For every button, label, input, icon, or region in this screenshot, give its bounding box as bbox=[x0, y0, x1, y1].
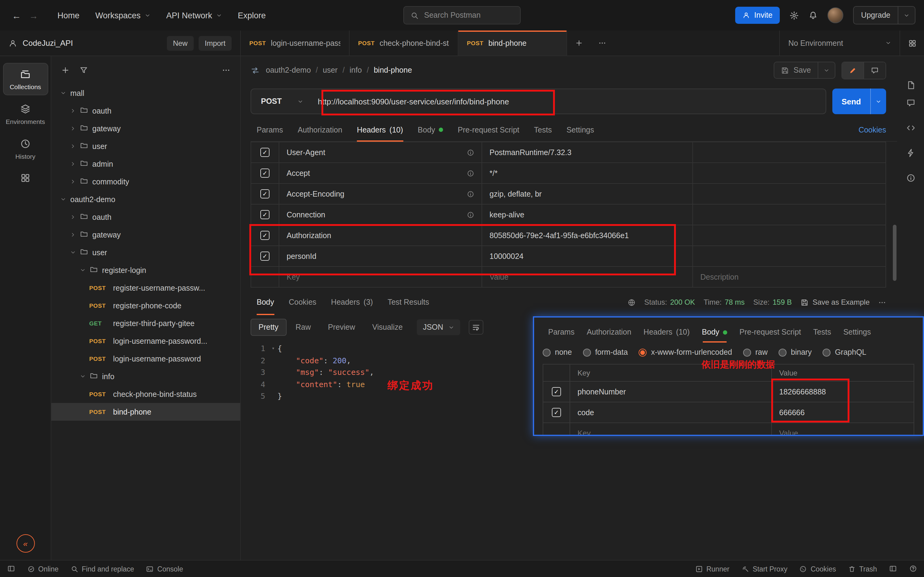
sidebar-request-login-username-password[interactable]: POSTlogin-username-password bbox=[51, 350, 240, 367]
info-button[interactable] bbox=[906, 173, 915, 182]
request-tab-settings[interactable]: Settings bbox=[561, 118, 600, 141]
chevron-right-icon[interactable] bbox=[69, 179, 76, 184]
statusbar-start-proxy[interactable]: Start Proxy bbox=[741, 565, 787, 572]
format-selector[interactable]: JSON bbox=[417, 319, 460, 335]
radio-button[interactable] bbox=[543, 348, 551, 356]
checkbox[interactable] bbox=[260, 169, 270, 178]
rail-item-collections[interactable]: Collections bbox=[3, 63, 47, 95]
sidebar-folder-oauth[interactable]: oauth bbox=[51, 208, 240, 226]
tab-options-button[interactable] bbox=[590, 31, 614, 56]
statusbar-runner[interactable]: Runner bbox=[695, 565, 729, 572]
header-value-cell[interactable]: gzip, deflate, br bbox=[482, 184, 693, 204]
header-description-cell[interactable] bbox=[693, 163, 885, 183]
sidebar-more-button[interactable] bbox=[222, 66, 230, 74]
chevron-right-icon[interactable] bbox=[69, 108, 76, 114]
response-tab-test-results[interactable]: Test Results bbox=[381, 290, 435, 314]
header-description-cell[interactable] bbox=[693, 225, 885, 245]
comment-button[interactable] bbox=[864, 62, 885, 79]
request-tab-authorization[interactable]: Authorization bbox=[291, 118, 348, 141]
view-mode-raw[interactable]: Raw bbox=[288, 319, 319, 336]
header-description-cell[interactable] bbox=[693, 184, 885, 204]
sidebar-folder-gateway[interactable]: gateway bbox=[51, 120, 240, 137]
chevron-right-icon[interactable] bbox=[69, 214, 76, 220]
header-value-cell[interactable]: 805850d6-79e2-4af1-95fa-e6bfc34066e1 bbox=[482, 225, 693, 245]
chevron-right-icon[interactable] bbox=[69, 161, 76, 167]
vertical-scrollbar[interactable] bbox=[893, 225, 897, 281]
radio-button[interactable] bbox=[743, 348, 751, 356]
settings-button[interactable] bbox=[790, 11, 799, 20]
statusbar-online[interactable]: Online bbox=[27, 565, 59, 572]
request-tab-body[interactable]: Body bbox=[412, 118, 449, 141]
request-tab-headers[interactable]: Headers(10) bbox=[351, 118, 409, 141]
sidebar-folder-oauth[interactable]: oauth bbox=[51, 102, 240, 120]
sidebar-request-login-username-password[interactable]: POSTlogin-username-password... bbox=[51, 332, 240, 350]
cookies-link[interactable]: Cookies bbox=[859, 126, 886, 134]
overlay-value-cell[interactable]: 666666 bbox=[772, 402, 914, 422]
chevron-down-icon[interactable] bbox=[79, 374, 86, 379]
documentation-button[interactable] bbox=[906, 81, 915, 90]
overlay-key-cell[interactable]: code bbox=[570, 402, 772, 422]
import-button[interactable]: Import bbox=[199, 36, 232, 50]
header-description-cell[interactable] bbox=[693, 142, 885, 163]
notifications-button[interactable] bbox=[809, 11, 818, 20]
header-key-cell[interactable]: Accept bbox=[279, 163, 482, 183]
sidebar-folder-user[interactable]: user bbox=[51, 243, 240, 261]
statusbar-find-and-replace[interactable]: Find and replace bbox=[71, 565, 134, 572]
sidebar-folder-user[interactable]: user bbox=[51, 137, 240, 155]
body-mode-raw[interactable]: raw bbox=[743, 348, 767, 356]
statusbar-console[interactable]: Console bbox=[146, 565, 183, 572]
overlay-tab-settings[interactable]: Settings bbox=[838, 322, 876, 342]
chevron-down-icon[interactable] bbox=[79, 268, 86, 273]
bootcamp-button[interactable]: « bbox=[16, 534, 34, 553]
header-key-cell[interactable]: User-Agent bbox=[279, 142, 482, 163]
sidebar-request-register-third-party-gitee[interactable]: GETregister-third-party-gitee bbox=[51, 314, 240, 332]
method-selector[interactable]: POST bbox=[251, 97, 313, 106]
overlay-key-cell[interactable]: phoneNumber bbox=[570, 382, 772, 402]
sidebar-folder-register-login[interactable]: register-login bbox=[51, 261, 240, 279]
overlay-tab-tests[interactable]: Tests bbox=[808, 322, 837, 342]
save-options-caret[interactable] bbox=[818, 62, 835, 78]
request-tab-bind-phone[interactable]: POSTbind-phone bbox=[458, 31, 567, 56]
checkbox[interactable] bbox=[552, 387, 561, 396]
split-pane-button[interactable] bbox=[889, 565, 897, 573]
avatar[interactable] bbox=[827, 7, 843, 23]
apps-grid-button[interactable] bbox=[20, 173, 31, 186]
forward-button[interactable]: → bbox=[26, 7, 42, 23]
code-snippet-button[interactable] bbox=[906, 123, 915, 132]
header-value-cell[interactable]: */* bbox=[482, 163, 693, 183]
sidebar-request-bind-phone[interactable]: POSTbind-phone bbox=[51, 403, 240, 421]
sidebar-filter-button[interactable] bbox=[79, 66, 88, 74]
sidebar-folder-admin[interactable]: admin bbox=[51, 155, 240, 173]
sidebar-request-register-phone-code[interactable]: POSTregister-phone-code bbox=[51, 297, 240, 314]
wrap-text-button[interactable] bbox=[469, 320, 484, 335]
overlay-tab-headers[interactable]: Headers(10) bbox=[638, 322, 695, 342]
radio-button[interactable] bbox=[639, 348, 647, 356]
header-key-cell[interactable]: Connection bbox=[279, 205, 482, 225]
header-value-cell[interactable]: keep-alive bbox=[482, 205, 693, 225]
chevron-down-icon[interactable] bbox=[60, 197, 66, 202]
chevron-down-icon[interactable] bbox=[69, 250, 76, 255]
save-as-example-button[interactable]: Save as Example bbox=[800, 298, 870, 306]
sidebar-request-check-phone-bind-status[interactable]: POSTcheck-phone-bind-status bbox=[51, 385, 240, 403]
help-button[interactable] bbox=[909, 565, 917, 573]
related-requests-button[interactable] bbox=[906, 148, 915, 158]
checkbox[interactable] bbox=[552, 408, 561, 417]
checkbox[interactable] bbox=[260, 189, 270, 198]
statusbar-trash[interactable]: Trash bbox=[848, 565, 877, 572]
header-key-cell[interactable]: Authorization bbox=[279, 225, 482, 245]
url-input[interactable]: http://localhost:9090/user-service/user/… bbox=[313, 97, 514, 106]
body-mode-graphql[interactable]: GraphQL bbox=[822, 348, 866, 356]
send-button[interactable]: Send bbox=[832, 89, 886, 114]
environment-quick-look-button[interactable] bbox=[900, 31, 924, 56]
body-mode-form-data[interactable]: form-data bbox=[583, 348, 628, 356]
upgrade-caret[interactable] bbox=[898, 7, 915, 24]
sidebar-folder-commodity[interactable]: commodity bbox=[51, 173, 240, 190]
overlay-value-cell[interactable]: 18266668888 bbox=[772, 382, 914, 402]
header-description-cell[interactable] bbox=[693, 246, 885, 266]
body-mode-x-www-form-urlencoded[interactable]: x-www-form-urlencoded bbox=[639, 348, 732, 356]
checkbox[interactable] bbox=[260, 251, 270, 261]
checkbox[interactable] bbox=[260, 210, 270, 219]
body-mode-binary[interactable]: binary bbox=[779, 348, 812, 356]
chevron-right-icon[interactable] bbox=[69, 126, 76, 131]
response-more-button[interactable] bbox=[878, 298, 886, 306]
